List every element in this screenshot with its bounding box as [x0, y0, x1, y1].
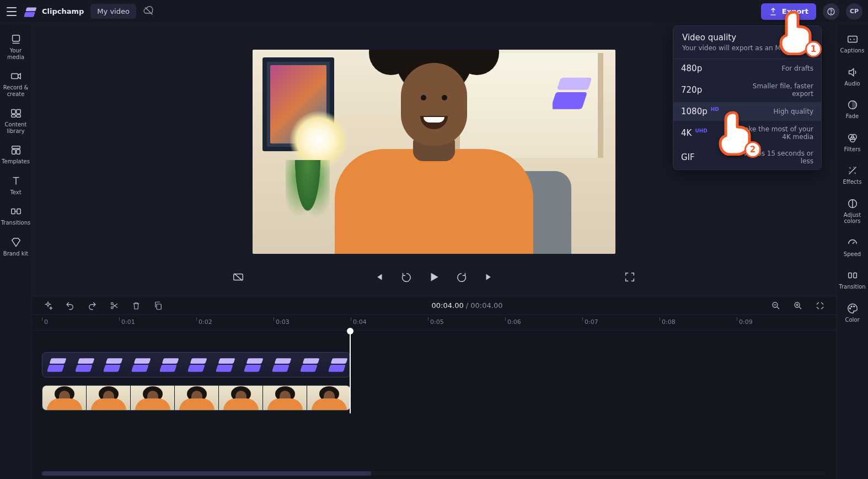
adjust-icon — [846, 198, 859, 210]
forward-icon — [456, 271, 468, 283]
nav-content-library[interactable]: Content library — [1, 105, 31, 136]
templates-icon — [10, 144, 22, 156]
panel-speed[interactable]: Speed — [838, 235, 867, 260]
redo-button[interactable] — [86, 300, 98, 312]
auto-enhance-button[interactable] — [42, 300, 54, 312]
export-menu-header: Video quality Your video will export as … — [673, 26, 821, 59]
timeline-tracks — [32, 331, 836, 413]
zoom-out-button[interactable] — [770, 300, 782, 312]
duplicate-button[interactable] — [152, 300, 164, 312]
video-track[interactable] — [32, 384, 836, 413]
svg-point-32 — [111, 306, 113, 308]
timecode-display: 00:04.00 / 00:04.00 — [432, 301, 503, 310]
brand-logo[interactable]: Clipchamp — [24, 5, 84, 18]
video-preview[interactable] — [253, 50, 615, 254]
clipchamp-icon — [24, 5, 37, 18]
user-avatar[interactable]: CP — [846, 3, 862, 20]
export-button[interactable]: Export — [761, 3, 816, 20]
panel-label: Adjust colors — [838, 212, 867, 225]
panel-effects[interactable]: Effects — [838, 162, 867, 188]
sparkle-icon — [43, 301, 53, 311]
nav-brand-kit[interactable]: Brand kit — [1, 234, 31, 259]
skip-end-button[interactable] — [481, 269, 497, 285]
fit-timeline-button[interactable] — [814, 300, 826, 312]
panel-transition[interactable]: Transition — [838, 267, 867, 292]
camera-icon — [10, 70, 22, 82]
panel-adjust-colors[interactable]: Adjust colors — [838, 195, 867, 227]
clipchamp-icon — [47, 355, 66, 374]
nav-label: Templates — [2, 158, 30, 165]
nav-transitions[interactable]: Transitions — [1, 203, 31, 228]
panel-color[interactable]: Color — [838, 300, 867, 326]
rewind-button[interactable] — [399, 269, 414, 285]
copy-icon — [153, 301, 163, 311]
nav-label: Transitions — [1, 220, 31, 226]
panel-audio[interactable]: Audio — [838, 64, 867, 89]
text-icon — [10, 175, 22, 187]
library-icon — [10, 107, 22, 119]
timeline-playhead[interactable] — [350, 331, 351, 413]
left-sidebar: Your media Record & create Content libra… — [0, 23, 32, 479]
panel-label: Filters — [844, 146, 861, 153]
timeline-panel: 00:04.00 / 00:04.00 0 0:01 0:02 0:03 0:0… — [32, 296, 836, 479]
split-button[interactable] — [108, 300, 120, 312]
nav-your-media[interactable]: Your media — [1, 31, 31, 62]
scrollbar-thumb[interactable] — [42, 471, 371, 476]
forward-button[interactable] — [454, 269, 469, 285]
export-quality-menu: Video quality Your video will export as … — [673, 25, 822, 170]
help-icon — [827, 7, 835, 16]
svg-rect-50 — [246, 358, 262, 364]
audio-icon — [846, 66, 859, 78]
fullscreen-icon — [624, 271, 636, 283]
timecode-duration: 00:04.00 — [470, 301, 502, 310]
nav-text[interactable]: Text — [1, 173, 31, 198]
overlay-track[interactable] — [32, 350, 836, 380]
play-button[interactable] — [426, 269, 442, 285]
export-option-4k[interactable]: 4KUHD Make the most of your 4K media — [673, 121, 821, 145]
undo-button[interactable] — [64, 300, 76, 312]
svg-rect-15 — [17, 209, 20, 214]
help-button[interactable] — [823, 3, 839, 20]
project-title[interactable]: My video — [90, 4, 136, 19]
panel-label: Speed — [844, 251, 861, 258]
transitions-icon — [10, 205, 22, 217]
video-clip[interactable] — [42, 385, 351, 411]
fullscreen-button[interactable] — [622, 269, 637, 285]
export-option-480p[interactable]: 480p For drafts — [673, 59, 821, 78]
export-menu-subtitle: Your video will export as an MP4 file — [682, 44, 812, 52]
svg-rect-11 — [12, 146, 20, 149]
panel-filters[interactable]: Filters — [838, 130, 867, 155]
timeline-scrollbar[interactable] — [42, 471, 826, 476]
svg-rect-27 — [557, 78, 591, 90]
brand-clip[interactable] — [42, 352, 351, 377]
skip-end-icon — [483, 271, 495, 283]
timeline-toolbar: 00:04.00 / 00:04.00 — [32, 296, 836, 315]
svg-rect-54 — [302, 358, 319, 364]
undo-icon — [65, 301, 75, 311]
skip-start-button[interactable] — [371, 269, 387, 285]
svg-rect-43 — [132, 365, 149, 372]
delete-button[interactable] — [130, 300, 142, 312]
export-option-720p[interactable]: 720p Smaller file, faster export — [673, 78, 821, 102]
timeline-ruler[interactable]: 0 0:01 0:02 0:03 0:04 0:05 0:06 0:07 0:0… — [32, 315, 836, 331]
svg-rect-13 — [16, 150, 19, 154]
panel-fade[interactable]: Fade — [838, 97, 867, 122]
safe-zones-toggle[interactable] — [231, 269, 246, 285]
zoom-in-button[interactable] — [792, 300, 804, 312]
export-option-1080p[interactable]: 1080pHD High quality — [673, 102, 821, 121]
color-icon — [846, 302, 859, 315]
menu-button[interactable] — [6, 6, 18, 18]
timecode-current: 00:04.00 — [432, 301, 464, 310]
nav-record-create[interactable]: Record & create — [1, 68, 31, 99]
nav-templates[interactable]: Templates — [1, 142, 31, 167]
export-menu-title: Video quality — [682, 33, 812, 42]
svg-line-30 — [234, 274, 243, 281]
panel-captions[interactable]: Captions — [838, 31, 867, 56]
svg-rect-49 — [216, 365, 233, 372]
svg-rect-22 — [848, 273, 851, 278]
nav-label: Brand kit — [3, 251, 28, 257]
player-controls — [32, 266, 836, 288]
export-option-gif[interactable]: GIF For videos 15 seconds or less — [673, 145, 821, 169]
skip-start-icon — [373, 271, 385, 283]
sync-status-icon[interactable] — [143, 5, 154, 18]
